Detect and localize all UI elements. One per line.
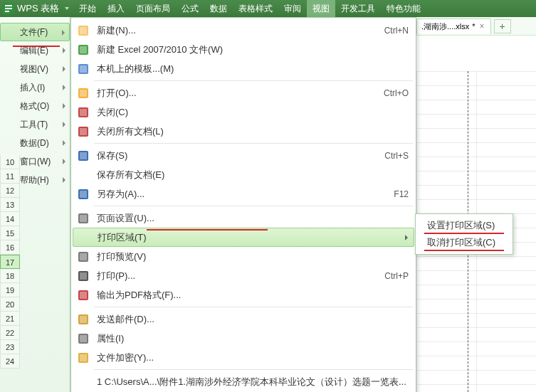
annotation-underline bbox=[424, 250, 504, 251]
sidebar-item-label: 插入(I) bbox=[20, 82, 45, 94]
menu-separator bbox=[94, 369, 413, 370]
row-header[interactable]: 20 bbox=[0, 297, 20, 312]
menu-item-icon bbox=[74, 107, 93, 118]
submenu-clear-print-area[interactable]: 取消打印区域(C) bbox=[417, 234, 511, 251]
menu-item-16[interactable]: 输出为PDF格式(F)... bbox=[73, 285, 414, 304]
row-header[interactable]: 23 bbox=[0, 340, 20, 354]
svg-rect-13 bbox=[80, 90, 87, 97]
topmenu-formula[interactable]: 公式 bbox=[176, 0, 204, 17]
sidebar-item-edit[interactable]: 编辑(E) bbox=[0, 41, 70, 60]
svg-rect-21 bbox=[80, 191, 87, 198]
menu-item-14[interactable]: 打印预览(V) bbox=[73, 247, 414, 266]
sidebar-item-data[interactable]: 数据(D) bbox=[0, 134, 70, 152]
menu-item-0[interactable]: 新建(N)...Ctrl+N bbox=[73, 21, 414, 40]
svg-rect-7 bbox=[80, 27, 87, 34]
menu-item-12[interactable]: 页面设置(U)... bbox=[73, 208, 414, 228]
menu-item-label: 打开(O)... bbox=[93, 87, 374, 100]
chevron-right-icon bbox=[63, 140, 65, 146]
menu-item-4[interactable]: 打开(O)...Ctrl+O bbox=[73, 83, 414, 102]
row-header[interactable]: 15 bbox=[0, 226, 20, 240]
tab-modified-indicator: * bbox=[472, 22, 475, 31]
menu-item-20[interactable]: 文件加密(Y)... bbox=[73, 348, 414, 367]
sidebar-item-format[interactable]: 格式(O) bbox=[0, 97, 70, 115]
row-header[interactable]: 12 bbox=[0, 184, 20, 198]
chevron-right-icon bbox=[63, 103, 65, 109]
topmenu-insert[interactable]: 插入 bbox=[102, 0, 130, 17]
row-header[interactable]: 21 bbox=[0, 312, 20, 326]
menu-item-9[interactable]: 保存所有文档(E) bbox=[73, 165, 414, 184]
close-icon bbox=[78, 107, 89, 118]
svg-rect-33 bbox=[80, 335, 87, 342]
menu-item-22[interactable]: 1 C:\Users\A...\附件1.湖南涉外经济学院本科毕业论文（设计）选题… bbox=[73, 372, 414, 391]
new-tab-button[interactable]: + bbox=[494, 19, 511, 33]
topmenu-tablestyle[interactable]: 表格样式 bbox=[233, 0, 278, 17]
row-header[interactable]: 19 bbox=[0, 283, 20, 297]
submenu-set-print-area[interactable]: 设置打印区域(S) bbox=[417, 217, 511, 234]
menu-item-8[interactable]: 保存(S)Ctrl+S bbox=[73, 146, 414, 165]
document-tabstrip: .湖南涉....xlsx * × + bbox=[416, 17, 536, 36]
row-header[interactable]: 10 bbox=[0, 155, 20, 169]
row-header[interactable]: 18 bbox=[0, 269, 20, 283]
row-header[interactable]: 16 bbox=[0, 240, 20, 255]
topmenu-data[interactable]: 数据 bbox=[204, 0, 233, 17]
row-header[interactable]: 22 bbox=[0, 326, 20, 340]
row-header[interactable]: 14 bbox=[0, 212, 20, 226]
menu-item-label: 页面设置(U)... bbox=[93, 212, 409, 225]
submenu-item-label: 取消打印区域(C) bbox=[423, 236, 505, 249]
topmenu-start[interactable]: 开始 bbox=[73, 0, 102, 17]
menu-item-icon bbox=[75, 232, 93, 243]
preview-icon bbox=[78, 251, 89, 263]
topmenu-features[interactable]: 特色功能 bbox=[381, 0, 426, 17]
menu-item-label: 打印预览(V) bbox=[93, 250, 409, 263]
sidebar-item-view[interactable]: 视图(V) bbox=[0, 60, 70, 78]
svg-rect-11 bbox=[80, 65, 87, 73]
row-header-selected[interactable]: 17 bbox=[0, 255, 20, 269]
sidebar-item-label: 视图(V) bbox=[20, 63, 48, 75]
menu-item-19[interactable]: 属性(I) bbox=[73, 329, 414, 348]
menu-item-shortcut: Ctrl+P bbox=[374, 271, 409, 281]
app-title: WPS 表格 bbox=[17, 2, 59, 15]
topmenu-layout[interactable]: 页面布局 bbox=[130, 0, 176, 17]
print-icon bbox=[78, 270, 89, 282]
sidebar-item-tools[interactable]: 工具(T) bbox=[0, 115, 70, 134]
menu-item-label: 关闭所有文档(L) bbox=[93, 125, 409, 138]
menu-item-1[interactable]: 新建 Excel 2007/2010 文件(W) bbox=[73, 40, 414, 59]
menu-item-label: 打印区域(T) bbox=[93, 231, 398, 244]
row-header[interactable]: 24 bbox=[0, 354, 20, 369]
chevron-right-icon bbox=[63, 177, 65, 183]
document-tab[interactable]: .湖南涉....xlsx * × bbox=[416, 18, 491, 34]
menu-item-shortcut: F12 bbox=[374, 189, 409, 199]
sidebar-item-label: 帮助(H) bbox=[20, 174, 49, 186]
menu-item-15[interactable]: 打印(P)...Ctrl+P bbox=[73, 266, 414, 285]
row-header[interactable]: 13 bbox=[0, 198, 20, 212]
svg-rect-29 bbox=[80, 292, 87, 299]
mail-icon bbox=[78, 314, 89, 325]
wps-icon bbox=[3, 3, 14, 14]
menu-item-10[interactable]: 另存为(A)...F12 bbox=[73, 184, 414, 203]
close-tab-icon[interactable]: × bbox=[478, 21, 486, 31]
menu-item-shortcut: Ctrl+S bbox=[374, 151, 409, 161]
menu-item-label: 新建(N)... bbox=[93, 24, 374, 37]
row-header[interactable]: 11 bbox=[0, 169, 20, 184]
menu-item-2[interactable]: 本机上的模板...(M) bbox=[73, 59, 414, 78]
menu-item-6[interactable]: 关闭所有文档(L) bbox=[73, 122, 414, 141]
menu-item-label: 关闭(C) bbox=[93, 106, 409, 119]
svg-rect-17 bbox=[80, 128, 87, 135]
sidebar-item-file[interactable]: 文件(F) bbox=[0, 23, 70, 41]
topmenu-dev[interactable]: 开发工具 bbox=[335, 0, 381, 17]
menu-item-icon bbox=[74, 63, 93, 75]
topmenu-review[interactable]: 审阅 bbox=[278, 0, 307, 17]
menu-item-13[interactable]: 打印区域(T) bbox=[73, 228, 414, 247]
menu-separator bbox=[94, 307, 413, 307]
sidebar-item-insert[interactable]: 插入(I) bbox=[0, 78, 70, 97]
menu-item-label: 保存(S) bbox=[93, 149, 374, 162]
menu-item-5[interactable]: 关闭(C) bbox=[73, 102, 414, 122]
topmenu-view[interactable]: 视图 bbox=[307, 0, 335, 17]
open-icon bbox=[78, 88, 89, 99]
menu-item-label: 文件加密(Y)... bbox=[93, 351, 409, 364]
menu-item-icon bbox=[74, 126, 93, 137]
app-logo[interactable]: WPS 表格 bbox=[0, 2, 73, 15]
newx-icon bbox=[78, 44, 89, 55]
menu-item-18[interactable]: 发送邮件(D)... bbox=[73, 309, 414, 329]
pgsetup-icon bbox=[78, 213, 89, 224]
